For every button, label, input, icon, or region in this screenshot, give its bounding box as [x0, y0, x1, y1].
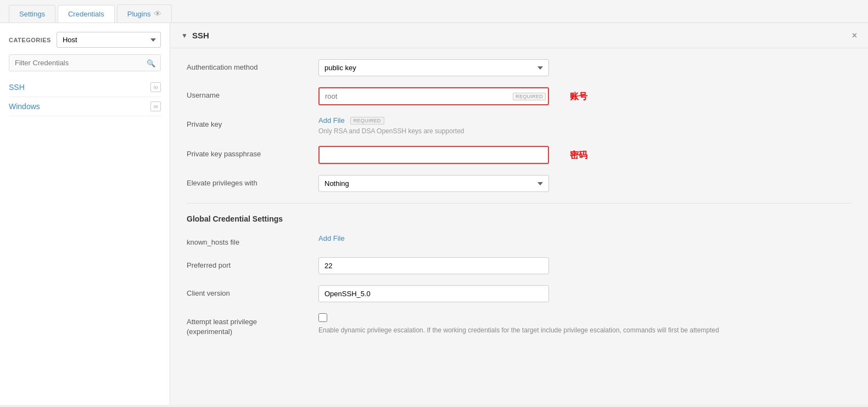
private-key-required-badge: REQUIRED [350, 117, 384, 125]
passphrase-row: Private key passphrase 密码 [187, 146, 852, 164]
categories-label: CATEGORIES [9, 37, 51, 43]
sidebar: CATEGORIES Host 🔍 SSH ∞ Windows ∞ [0, 23, 170, 405]
elevate-label: Elevate privileges with [187, 175, 307, 187]
main-content: CATEGORIES Host 🔍 SSH ∞ Windows ∞ ▼ SSH [0, 23, 868, 405]
tab-plugins[interactable]: Plugins 👁 [117, 4, 172, 22]
add-private-key-file-link[interactable]: Add File [318, 116, 345, 125]
tabs-bar: Settings Credentials Plugins 👁 [0, 0, 868, 23]
username-wrap: REQUIRED 账号 [318, 87, 549, 105]
attempt-least-privilege-row: Attempt least privilege (experimental) E… [187, 313, 852, 337]
right-panel: ▼ SSH × Authentication method public key… [170, 23, 868, 405]
passphrase-label: Private key passphrase [187, 146, 307, 158]
add-known-hosts-file-link[interactable]: Add File [318, 234, 345, 242]
panel-title-wrap: ▼ SSH [181, 31, 209, 40]
passphrase-control: 密码 [318, 146, 852, 164]
auth-method-select[interactable]: public key password certificate [318, 59, 549, 76]
annotation-password: 密码 [570, 149, 587, 161]
search-icon: 🔍 [147, 59, 155, 67]
attempt-least-privilege-control: Enable dynamic privilege escalation. If … [318, 313, 852, 335]
tab-credentials[interactable]: Credentials [58, 5, 115, 22]
private-key-hint: Only RSA and DSA OpenSSH keys are suppor… [318, 127, 852, 135]
link-icon-ssh: ∞ [150, 82, 161, 92]
tab-settings[interactable]: Settings [9, 5, 55, 22]
close-button[interactable]: × [852, 31, 857, 40]
preferred-port-control [318, 257, 852, 274]
arrow-down-icon: ▼ [181, 32, 188, 39]
auth-method-row: Authentication method public key passwor… [187, 59, 852, 76]
elevate-control: Nothing sudo su pbrun dzdo [318, 175, 852, 192]
elevate-row: Elevate privileges with Nothing sudo su … [187, 175, 852, 192]
panel-title: SSH [192, 31, 209, 40]
category-select[interactable]: Host [57, 32, 161, 48]
sidebar-item-ssh[interactable]: SSH ∞ [9, 78, 161, 97]
sidebar-item-ssh-label: SSH [9, 83, 25, 92]
preferred-port-row: Preferred port [187, 257, 852, 274]
link-icon-windows: ∞ [150, 101, 161, 111]
client-version-input[interactable] [318, 285, 549, 302]
username-control: REQUIRED 账号 [318, 87, 852, 105]
global-settings-title: Global Credential Settings [187, 214, 852, 223]
sidebar-item-windows[interactable]: Windows ∞ [9, 97, 161, 116]
eye-icon: 👁 [154, 9, 161, 18]
attempt-least-privilege-checkbox[interactable] [318, 313, 327, 322]
private-key-wrap: Add File REQUIRED [318, 116, 852, 125]
filter-input-wrap: 🔍 [9, 54, 161, 71]
username-row: Username REQUIRED 账号 [187, 87, 852, 105]
username-required-badge: REQUIRED [513, 93, 546, 100]
form-body: Authentication method public key passwor… [170, 48, 868, 359]
filter-credentials-input[interactable] [9, 54, 161, 71]
section-divider [187, 203, 852, 203]
private-key-label: Private key [187, 116, 307, 128]
client-version-control [318, 285, 852, 302]
preferred-port-input[interactable] [318, 257, 549, 274]
known-hosts-row: known_hosts file Add File [187, 234, 852, 246]
client-version-row: Client version [187, 285, 852, 302]
sidebar-item-windows-label: Windows [9, 102, 40, 111]
known-hosts-control: Add File [318, 234, 852, 242]
attempt-least-privilege-label: Attempt least privilege (experimental) [187, 313, 307, 337]
attempt-hint-text: Enable dynamic privilege escalation. If … [318, 326, 852, 335]
auth-method-control: public key password certificate [318, 59, 852, 76]
auth-method-label: Authentication method [187, 59, 307, 71]
passphrase-input[interactable] [318, 146, 549, 164]
preferred-port-label: Preferred port [187, 257, 307, 269]
client-version-label: Client version [187, 285, 307, 297]
categories-row: CATEGORIES Host [9, 32, 161, 48]
elevate-select[interactable]: Nothing sudo su pbrun dzdo [318, 175, 549, 192]
private-key-row: Private key Add File REQUIRED Only RSA a… [187, 116, 852, 135]
known-hosts-label: known_hosts file [187, 234, 307, 246]
username-label: Username [187, 87, 307, 99]
panel-header: ▼ SSH × [170, 23, 868, 48]
private-key-control: Add File REQUIRED Only RSA and DSA OpenS… [318, 116, 852, 135]
annotation-account: 账号 [570, 91, 587, 102]
